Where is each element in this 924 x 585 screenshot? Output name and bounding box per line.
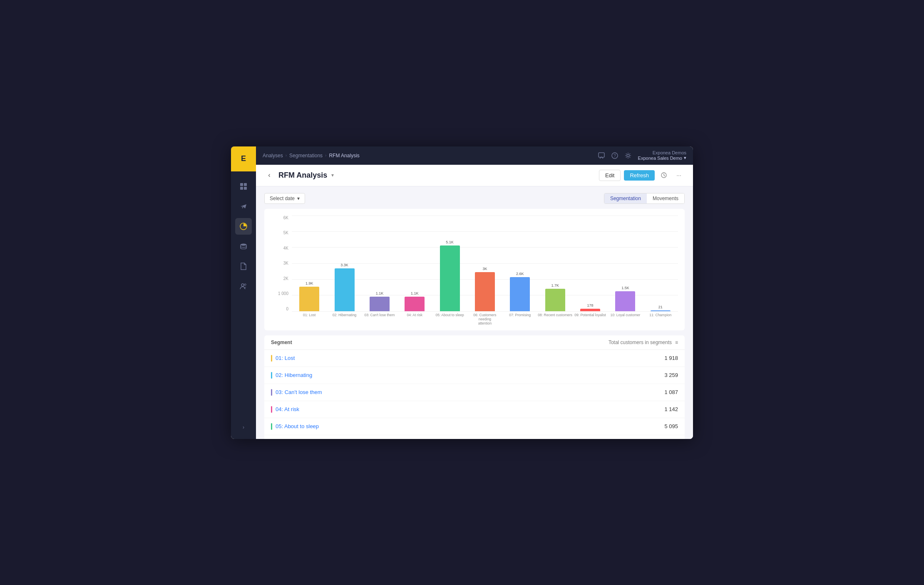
edit-button[interactable]: Edit xyxy=(599,170,621,181)
segment-name-0[interactable]: 01: Lost xyxy=(271,355,295,362)
sidebar-item-dashboard[interactable] xyxy=(235,178,252,195)
x-label-0: 01: Lost xyxy=(292,311,327,324)
tab-movements[interactable]: Movements xyxy=(647,193,684,203)
header-actions: Edit Refresh ··· xyxy=(599,169,685,181)
topbar-actions: ? Exponea Demos Exponea Sales Demo ▾ xyxy=(598,150,686,161)
bar-7[interactable] xyxy=(545,289,565,311)
history-icon[interactable] xyxy=(658,169,670,181)
segment-dot-4 xyxy=(271,423,272,430)
segment-dot-1 xyxy=(271,372,272,379)
segment-count-2: 1 087 xyxy=(664,389,678,395)
bar-group-5[interactable]: 3K xyxy=(467,216,502,311)
bar-group-1[interactable]: 3.3K xyxy=(327,216,362,311)
table-row[interactable]: 05: About to sleep5 095 xyxy=(264,418,685,435)
user-info[interactable]: Exponea Demos Exponea Sales Demo ▾ xyxy=(638,150,686,161)
bar-group-6[interactable]: 2.6K xyxy=(502,216,537,311)
segment-count-3: 1 142 xyxy=(664,406,678,412)
bar-value-label-7: 1.7K xyxy=(551,283,559,288)
svg-rect-0 xyxy=(240,183,243,186)
back-button[interactable]: ‹ xyxy=(264,170,274,180)
breadcrumb-sep-1: › xyxy=(286,153,287,158)
segment-count-1: 3 259 xyxy=(664,372,678,378)
table-row[interactable]: 02: Hibernating3 259 xyxy=(264,367,685,384)
svg-point-7 xyxy=(244,284,246,285)
tab-segmentation[interactable]: Segmentation xyxy=(604,193,647,203)
segment-name-1[interactable]: 02: Hibernating xyxy=(271,372,312,379)
chart-y-axis: 6K 5K 4K 3K 2K 1 000 0 xyxy=(271,216,292,311)
sidebar-expand-btn[interactable]: › xyxy=(235,422,252,432)
bar-group-8[interactable]: 178 xyxy=(573,216,608,311)
segment-name-2[interactable]: 03: Can't lose them xyxy=(271,389,322,396)
more-options-icon[interactable]: ··· xyxy=(673,169,685,181)
bar-value-label-5: 3K xyxy=(482,267,487,271)
toolbar: Select date ▾ Segmentation Movements xyxy=(264,193,685,204)
content-area: Select date ▾ Segmentation Movements 6K … xyxy=(256,186,693,439)
x-label-6: 07: Promising xyxy=(502,311,537,324)
bar-value-label-8: 178 xyxy=(587,303,594,307)
main-content: Analyses › Segmentations › RFM Analysis … xyxy=(256,146,693,439)
col-total-label: Total customers in segments ≡ xyxy=(609,340,678,345)
bar-6[interactable] xyxy=(510,277,530,311)
refresh-button[interactable]: Refresh xyxy=(624,170,655,181)
breadcrumb-analyses[interactable]: Analyses xyxy=(263,153,283,159)
breadcrumb-current: RFM Analysis xyxy=(329,153,359,159)
y-label-4k: 4K xyxy=(283,246,288,250)
bar-value-label-1: 3.3K xyxy=(340,263,348,267)
x-label-8: 09: Potential loyalist xyxy=(573,311,608,324)
segment-dot-2 xyxy=(271,389,272,396)
sidebar-item-files[interactable] xyxy=(235,258,252,275)
segment-name-3[interactable]: 04: At risk xyxy=(271,406,299,413)
bar-0[interactable] xyxy=(299,287,319,311)
bar-group-2[interactable]: 1.1K xyxy=(362,216,397,311)
x-label-5: 06: Customers needingattention xyxy=(467,311,502,324)
breadcrumb: Analyses › Segmentations › RFM Analysis xyxy=(263,153,360,159)
page-title-area: ‹ RFM Analysis ▾ xyxy=(264,170,334,180)
y-label-5k: 5K xyxy=(283,231,288,235)
select-date-button[interactable]: Select date ▾ xyxy=(264,193,305,204)
col-segment-label: Segment xyxy=(271,340,292,345)
bar-9[interactable] xyxy=(615,291,635,311)
settings-icon[interactable] xyxy=(625,152,631,159)
bar-value-label-2: 1.1K xyxy=(376,291,384,295)
segment-name-4[interactable]: 05: About to sleep xyxy=(271,423,319,430)
table-row[interactable]: 01: Lost1 918 xyxy=(264,350,685,367)
bar-group-4[interactable]: 5.1K xyxy=(432,216,467,311)
bar-2[interactable] xyxy=(370,297,390,311)
table-rows: 01: Lost1 91802: Hibernating3 25903: Can… xyxy=(264,350,685,439)
sidebar-nav xyxy=(235,171,252,422)
sidebar-item-analytics[interactable] xyxy=(235,218,252,235)
bar-5[interactable] xyxy=(475,272,495,311)
bar-group-0[interactable]: 1.9K xyxy=(292,216,327,311)
x-label-2: 03: Can't lose them xyxy=(362,311,397,324)
bar-3[interactable] xyxy=(405,297,425,311)
bar-4[interactable] xyxy=(440,245,460,311)
bar-group-3[interactable]: 1.1K xyxy=(397,216,432,311)
bar-1[interactable] xyxy=(335,268,355,311)
bars-wrapper: 1.9K3.3K1.1K1.1K5.1K3K2.6K1.7K1781.5K21 xyxy=(292,216,678,311)
page-header: ‹ RFM Analysis ▾ Edit Refresh ··· xyxy=(256,165,693,186)
y-label-1k: 1 000 xyxy=(278,291,288,296)
svg-rect-1 xyxy=(244,183,247,186)
breadcrumb-segmentations[interactable]: Segmentations xyxy=(289,153,323,159)
chat-icon[interactable] xyxy=(598,152,605,159)
sidebar-item-users[interactable] xyxy=(235,278,252,295)
help-icon[interactable]: ? xyxy=(611,152,618,159)
svg-rect-2 xyxy=(240,187,243,190)
segment-count-4: 5 095 xyxy=(664,423,678,429)
bar-group-7[interactable]: 1.7K xyxy=(538,216,573,311)
table-row[interactable]: 04: At risk1 142 xyxy=(264,401,685,418)
app-logo[interactable]: E xyxy=(231,146,256,171)
sidebar-item-database[interactable] xyxy=(235,238,252,255)
bar-group-9[interactable]: 1.5K xyxy=(608,216,643,311)
sidebar-item-campaigns[interactable] xyxy=(235,198,252,215)
sidebar: E xyxy=(231,146,256,439)
bar-group-10[interactable]: 21 xyxy=(643,216,678,311)
table-row[interactable]: 06: Customers needing attention2 989 xyxy=(264,435,685,439)
bar-value-label-3: 1.1K xyxy=(411,291,419,295)
title-dropdown[interactable]: ▾ xyxy=(331,172,334,178)
table-row[interactable]: 03: Can't lose them1 087 xyxy=(264,384,685,401)
sort-icon[interactable]: ≡ xyxy=(675,340,678,345)
chart-area: 6K 5K 4K 3K 2K 1 000 0 xyxy=(271,216,678,324)
chart-container: 6K 5K 4K 3K 2K 1 000 0 xyxy=(264,209,685,330)
bar-value-label-0: 1.9K xyxy=(306,281,313,285)
